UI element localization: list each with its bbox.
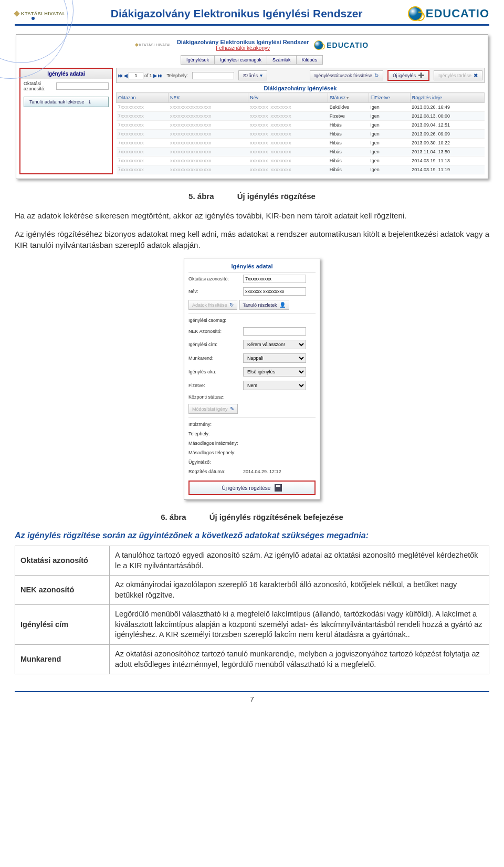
text-input[interactable] [243, 327, 306, 336]
field-label: Ügyintéző: [188, 459, 241, 465]
tab-igenylesek[interactable]: Igénylések [181, 55, 215, 65]
form-row: Igénylési csomag: [188, 316, 316, 325]
last-page-icon[interactable]: ⏭ [158, 73, 163, 78]
igenyles-torlese-button[interactable]: Igénylés törlése ✖ [434, 70, 482, 80]
field-label: Igénylési cím: [188, 342, 241, 347]
field-label: Oktatási azonosító: [188, 276, 241, 281]
field-description: Az oktatási azonosítóhoz tartozó tanuló … [110, 644, 489, 674]
screenshot-2: Igénylés adatai Oktatási azonosító:Név: … [184, 258, 320, 500]
table-row[interactable]: 7xxxxxxxxxxxxxxxxxxxxxxxxxxxxxxxx xxxxxx… [117, 112, 485, 121]
tanulo-lekerese-button[interactable]: Tanuló adatainak lekérése ⤓ [24, 97, 109, 107]
paragraph-2: Az igénylés rögzítéséhez bizonyos adatok… [15, 228, 489, 250]
field-name: Oktatási azonosító [15, 546, 110, 576]
form-row: Ügyintéző: [188, 457, 316, 467]
figure-5-caption: 5. ábra Új igénylés rögzítése [15, 192, 489, 201]
field-description: Legördülő menüből választható ki a megfe… [110, 605, 489, 645]
tab-csomagok[interactable]: Igénylési csomagok [214, 55, 267, 65]
screenshot-1: KTATÁSI HIVATAL Diákigazolvány Elektroni… [16, 34, 488, 179]
download-icon: ⤓ [88, 99, 92, 105]
form-row: Központi státusz: [188, 392, 316, 402]
form-row: Fizetve:Nem [188, 379, 316, 392]
dropdown[interactable]: Kérem válasszon! [243, 340, 306, 349]
telephely-input[interactable] [192, 72, 234, 79]
igenylesek-table: OktazonNEKNévStátusz ▾ ☐FizetveRögzítés … [116, 92, 485, 174]
prev-page-icon[interactable]: ◀ [124, 73, 128, 78]
column-header[interactable]: Név [248, 93, 328, 103]
dropdown[interactable]: Nappali [243, 353, 306, 363]
text-input[interactable] [243, 275, 306, 283]
field-label: Igénylés oka: [188, 369, 241, 374]
first-page-icon[interactable]: ⏮ [118, 73, 123, 78]
page-input[interactable] [129, 72, 143, 79]
pager: ⏮ ◀ of 1 ▶ ⏭ [118, 72, 163, 79]
adatok-frissitese-button[interactable]: Adatok frissítése ↻ [188, 300, 237, 310]
column-header[interactable]: Státusz ▾ [328, 93, 369, 103]
field-row: Igénylési címLegördülő menüből választha… [15, 605, 489, 645]
field-label: Fizetve: [188, 383, 241, 388]
szures-button[interactable]: Szűrés ▾ [238, 70, 267, 80]
table-title: Diákigazolvány igénylések [116, 83, 485, 92]
form-row: Másodlagos telephely: [188, 448, 316, 457]
tab-szamlak[interactable]: Számlák [267, 55, 297, 65]
main-tabs: Igénylések Igénylési csomagok Számlák Ki… [19, 55, 485, 65]
dropdown[interactable]: Nem [243, 381, 306, 390]
column-header[interactable]: ☐Fizetve [369, 93, 410, 103]
educatio-text: EDUCATIO [426, 7, 489, 20]
table-row[interactable]: 7xxxxxxxxxxxxxxxxxxxxxxxxxxxxxxxx xxxxxx… [117, 121, 485, 130]
field-label: Munkarend: [188, 356, 241, 361]
next-page-icon[interactable]: ▶ [153, 73, 157, 78]
plus-icon: ➕ [418, 72, 424, 78]
tanulo-reszletek-button[interactable]: Tanuló részletek 👤 [239, 300, 289, 310]
page-footer: 7 [15, 691, 489, 703]
field-row: NEK azonosítóAz okmányirodai igazolólapo… [15, 576, 489, 605]
field-name: Igénylési cím [15, 605, 110, 645]
field-name: NEK azonosító [15, 576, 110, 605]
oktatasi-hivatal-logo: KTATÁSI HIVATAL [15, 11, 66, 16]
field-label: Másodlagos telephely: [188, 450, 241, 455]
fields-definition-table: Oktatási azonosítóA tanulóhoz tartozó eg… [15, 546, 489, 674]
statuszok-frissitese-button[interactable]: Igénylésstátuszok frissítése ↻ [310, 70, 383, 80]
table-row[interactable]: 7xxxxxxxxxxxxxxxxxxxxxxxxxxxxxxxx xxxxxx… [117, 103, 485, 112]
tab-kilepes[interactable]: Kilépés [296, 55, 323, 65]
refresh-icon: ↻ [229, 302, 234, 308]
form-row: Igénylési cím:Kérem válasszon! [188, 338, 316, 351]
oktatasi-azonosito-input[interactable] [56, 82, 109, 90]
mini-oktatasi-logo: KTATÁSI HIVATAL [135, 43, 172, 47]
column-header[interactable]: NEK [169, 93, 248, 103]
form-row: Igénylés oka:Első igénylés [188, 365, 316, 379]
field-label: Telephely: [188, 431, 241, 436]
table-row[interactable]: 7xxxxxxxxxxxxxxxxxxxxxxxxxxxxxxxx xxxxxx… [117, 139, 485, 148]
table-row[interactable]: 7xxxxxxxxxxxxxxxxxxxxxxxxxxxxxxxx xxxxxx… [117, 130, 485, 139]
uj-igenyles-rogzitese-button[interactable]: Új igénylés rögzítése [188, 480, 316, 495]
column-header[interactable]: Oktazon [117, 93, 169, 103]
educatio-logo: EDUCATIO [408, 6, 489, 21]
form-row: Név: [188, 285, 316, 298]
text-input[interactable] [243, 287, 306, 296]
field-name: Munkarend [15, 644, 110, 674]
left-panel-title: Igénylés adatai [20, 69, 112, 79]
field-label: Rögzítés dátuma: [188, 469, 241, 474]
field-value: 2014.04.29. 12:12 [243, 469, 281, 474]
left-panel-igenyles-adatai: Igénylés adatai Oktatási azonosító: Tanu… [19, 68, 113, 174]
app-subtitle-link[interactable]: Felhasználói kézikönyv [177, 45, 309, 51]
table-row[interactable]: 7xxxxxxxxxxxxxxxxxxxxxxxxxxxxxxxx xxxxxx… [117, 156, 485, 165]
form-row: Rögzítés dátuma:2014.04.29. 12:12 [188, 467, 316, 476]
dropdown[interactable]: Első igénylés [243, 367, 306, 377]
funnel-icon: ▾ [260, 72, 262, 78]
field-label: Központi státusz: [188, 394, 241, 400]
checkbox-icon[interactable]: ☐ [371, 95, 375, 100]
modositasi-igeny-button[interactable]: Módosítási igény ✎ [188, 404, 238, 414]
field-row: Oktatási azonosítóA tanulóhoz tartozó eg… [15, 546, 489, 576]
field-row: MunkarendAz oktatási azonosítóhoz tartoz… [15, 644, 489, 674]
delete-icon: ✖ [474, 72, 478, 78]
table-row[interactable]: 7xxxxxxxxxxxxxxxxxxxxxxxxxxxxxxxx xxxxxx… [117, 165, 485, 174]
person-icon: 👤 [279, 302, 286, 308]
sort-icon: ▾ [345, 96, 349, 100]
form-row: Munkarend:Nappali [188, 351, 316, 365]
form-row: Másodlagos intézmény: [188, 438, 316, 448]
uj-igenyles-button[interactable]: Új igénylés ➕ [387, 70, 429, 81]
blue-heading: Az igénylés rögzítése során az ügyintéző… [15, 531, 489, 540]
table-row[interactable]: 7xxxxxxxxxxxxxxxxxxxxxxxxxxxxxxxx xxxxxx… [117, 148, 485, 156]
refresh-icon: ↻ [374, 72, 379, 78]
column-header[interactable]: Rögzítés ideje [410, 93, 484, 103]
